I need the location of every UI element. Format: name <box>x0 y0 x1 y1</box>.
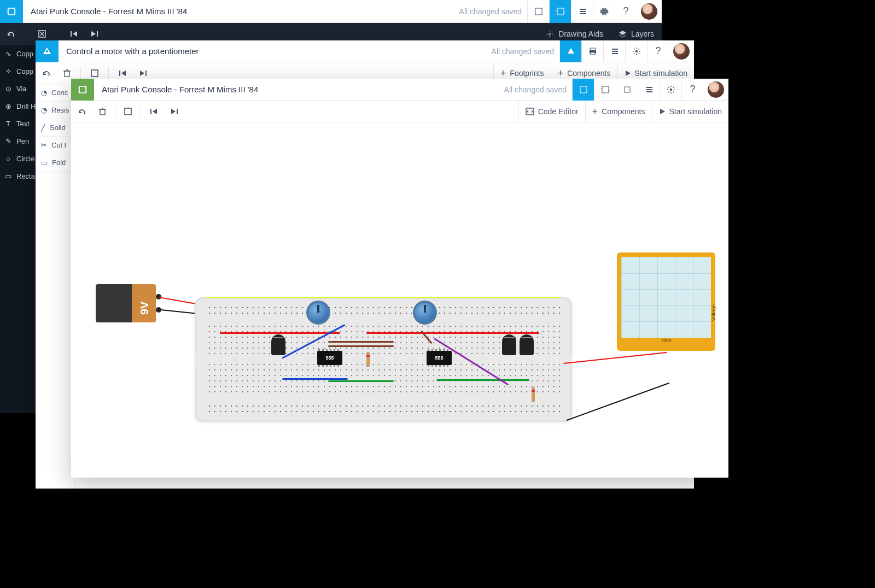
sidebar-item-label: Text <box>16 120 30 128</box>
sidebar-item-copper-trace[interactable]: ∿Copp <box>0 45 40 62</box>
component-potentiometer-2[interactable] <box>413 301 437 325</box>
sidebar-item-via[interactable]: ⊙Via <box>0 80 40 97</box>
tool-sidebar: ∿Copp ⟡Copp ⊙Via ⊕Drill H TText ✎Pen ○Ci… <box>0 45 40 413</box>
undo-icon[interactable] <box>71 101 92 122</box>
component-breadboard[interactable] <box>195 297 572 422</box>
components-label: Components <box>602 107 645 116</box>
schematic-view-icon[interactable] <box>559 40 581 62</box>
component-potentiometer-1[interactable] <box>306 301 330 325</box>
help-icon[interactable]: ? <box>647 40 669 62</box>
start-sim-label: Start simulation <box>669 107 722 116</box>
svg-rect-56 <box>100 109 105 115</box>
next-icon[interactable] <box>164 101 185 122</box>
undo-icon[interactable] <box>0 23 21 45</box>
wire-red[interactable] <box>366 332 539 334</box>
battery-label: 9V <box>138 302 151 315</box>
project-title: Atari Punk Console - Forrest M Mims III … <box>94 85 499 94</box>
svg-rect-62 <box>177 109 178 114</box>
sidebar-item-solid[interactable]: ╱Solid <box>36 119 75 137</box>
help-icon[interactable]: ? <box>681 79 703 101</box>
wire-brown[interactable] <box>328 341 394 343</box>
sidebar-item-fold[interactable]: ▭Fold <box>36 154 75 172</box>
sidebar-item-rect[interactable]: ▭Recta <box>0 167 40 185</box>
component-battery-9v[interactable]: 9V <box>96 284 156 322</box>
svg-rect-33 <box>65 71 69 77</box>
chip-label: 555 <box>435 355 443 361</box>
view-board-icon[interactable] <box>549 0 571 23</box>
layers-label: Layers <box>631 30 654 38</box>
save-status: All changed saved <box>454 7 527 16</box>
sidebar-item-drill[interactable]: ⊕Drill H <box>0 97 40 115</box>
gear-icon[interactable] <box>625 40 647 62</box>
svg-point-24 <box>46 50 48 52</box>
svg-rect-15 <box>97 31 98 37</box>
component-capacitor-3[interactable] <box>520 334 534 355</box>
scissors-icon: ✂ <box>41 141 47 149</box>
gear-icon[interactable] <box>593 0 615 23</box>
svg-rect-13 <box>71 31 72 37</box>
svg-rect-39 <box>145 70 147 76</box>
app-icon-pcb <box>0 0 23 23</box>
drill-icon: ⊕ <box>4 102 12 110</box>
component-resistor-2[interactable] <box>532 387 535 402</box>
code-editor-button[interactable]: Code Editor <box>518 101 585 122</box>
svg-point-17 <box>549 33 551 35</box>
breadboard-canvas[interactable]: 9V 555 555 <box>71 122 728 478</box>
sidebar-item-pen[interactable]: ✎Pen <box>0 132 40 150</box>
list-icon[interactable] <box>638 79 660 101</box>
pcb-view-icon[interactable] <box>616 79 638 101</box>
svg-rect-59 <box>125 108 131 115</box>
undo-icon[interactable] <box>36 62 56 84</box>
fit-to-screen-icon[interactable] <box>118 101 138 122</box>
line-icon: ╱ <box>41 124 45 132</box>
wire-blue[interactable] <box>282 378 348 380</box>
avatar[interactable] <box>641 3 657 20</box>
component-ic-555-2[interactable]: 555 <box>427 351 452 365</box>
wire-green[interactable] <box>436 379 529 381</box>
component-capacitor-2[interactable] <box>502 334 516 355</box>
list-icon[interactable] <box>571 0 593 23</box>
wire-scope-ground[interactable] <box>567 383 670 421</box>
svg-rect-26 <box>590 48 596 50</box>
gear-icon[interactable] <box>660 79 681 101</box>
svg-marker-16 <box>91 31 96 37</box>
trace-dashed-icon: ⟡ <box>4 67 12 75</box>
component-capacitor-1[interactable] <box>271 334 285 355</box>
prev-icon[interactable] <box>143 101 164 122</box>
scope-screen <box>621 257 711 338</box>
wire-brown[interactable] <box>328 345 394 347</box>
list-icon[interactable] <box>603 40 625 62</box>
sidebar-item-label: Fold <box>52 158 66 167</box>
print-icon[interactable] <box>581 40 603 62</box>
sidebar-item-copper-fill[interactable]: ⟡Copp <box>0 62 40 80</box>
sidebar-item-label: Pen <box>16 137 29 145</box>
svg-rect-37 <box>119 70 120 76</box>
titlebar: Control a motor with a potentiometer All… <box>36 40 694 62</box>
sidebar-item-resistor[interactable]: ◔Resis <box>36 102 75 119</box>
svg-marker-41 <box>626 70 631 76</box>
breadboard-view-icon[interactable] <box>572 79 594 101</box>
view-layout-icon[interactable] <box>527 0 549 23</box>
help-icon[interactable]: ? <box>615 0 637 23</box>
avatar[interactable] <box>673 43 690 60</box>
sidebar-item-cut[interactable]: ✂Cut l <box>36 137 75 154</box>
avatar[interactable] <box>708 81 724 98</box>
component-resistor-1[interactable] <box>366 352 370 367</box>
component-oscilloscope[interactable]: Time Voltage <box>617 252 715 351</box>
app-icon-simulator <box>71 79 94 101</box>
component-ic-555-1[interactable]: 555 <box>317 351 342 365</box>
wire-red[interactable] <box>220 332 340 334</box>
wire-green[interactable] <box>328 380 394 382</box>
start-simulation-button[interactable]: Start simulation <box>652 101 728 122</box>
sidebar-item-text[interactable]: TText <box>0 115 40 132</box>
svg-rect-42 <box>79 86 86 93</box>
trace-icon: ∿ <box>4 50 12 58</box>
sidebar-item-conductor[interactable]: ◔Conc <box>36 84 75 102</box>
sidebar-item-label: Copp <box>16 67 33 75</box>
trash-icon[interactable] <box>92 101 113 122</box>
components-button[interactable]: +Components <box>585 101 652 122</box>
svg-point-55 <box>669 88 672 90</box>
wire-scope-signal[interactable] <box>563 352 667 364</box>
sidebar-item-circle[interactable]: ○Circle <box>0 150 40 167</box>
schematic-view-icon[interactable] <box>594 79 616 101</box>
